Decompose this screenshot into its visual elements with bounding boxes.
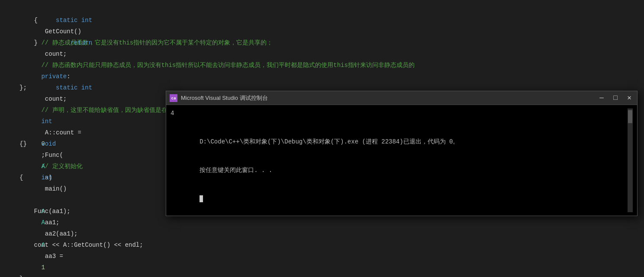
line-gutter <box>0 3 9 48</box>
code-line: static int GetCount() // 静态成员函数，它是没有this… <box>0 3 644 15</box>
debug-output: 4 D:\Code\C++\类和对象(下)\Debug\类和对象(下).exe … <box>171 108 628 212</box>
output-number-line: 4 <box>171 108 628 118</box>
vs-icon: ca <box>170 94 177 102</box>
code-line: } <box>0 273 644 277</box>
debug-console-title: Microsoft Visual Studio 调试控制台 <box>181 94 597 102</box>
cursor-line <box>171 185 628 213</box>
code-line: A aa3 = 1 ; <box>0 217 644 228</box>
scrollbar-thumb[interactable] <box>628 110 632 123</box>
code-line: return 0; <box>0 262 644 273</box>
debug-console-body: 4 D:\Code\C++\类和对象(下)\Debug\类和对象(下).exe … <box>166 105 637 216</box>
code-line: static int count; // 声明，这里不能给缺省值，因为缺省值是在… <box>0 71 644 82</box>
scrollbar[interactable] <box>628 108 633 212</box>
cursor-block <box>200 195 203 202</box>
window-controls: — □ ✕ <box>597 95 634 102</box>
debug-titlebar: ca Microsoft Visual Studio 调试控制台 — □ ✕ <box>166 91 637 105</box>
debug-console-window: ca Microsoft Visual Studio 调试控制台 — □ ✕ 4… <box>166 91 638 216</box>
code-line: cout << A::GetCount() << endl; <box>0 239 644 251</box>
output-path-line: D:\Code\C++\类和对象(下)\Debug\类和对象(下).exe (进… <box>171 127 628 156</box>
code-line <box>0 251 644 262</box>
maximize-button[interactable]: □ <box>611 95 620 102</box>
output-wait-line: 按任意键关闭此窗口. . . <box>171 156 628 185</box>
code-line <box>0 228 644 239</box>
minimize-button[interactable]: — <box>597 95 606 102</box>
code-line: return count; // 静态函数内只能只用静态成员，因为没有this指… <box>0 26 644 37</box>
close-button[interactable]: ✕ <box>625 95 634 102</box>
